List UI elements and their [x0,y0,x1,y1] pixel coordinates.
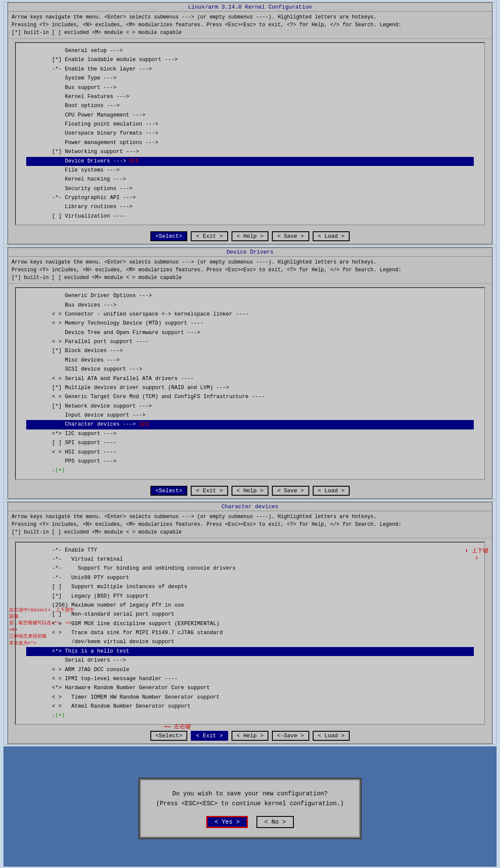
save-button[interactable]: < Save > [272,231,309,241]
menu-item[interactable]: Library routines ---> [26,202,474,212]
menu-item[interactable]: Floating point emulation ---> [26,120,474,129]
panel2-title: Device Drivers [8,248,492,257]
panel3-left-annotation: 左右选中<Select>，上下选中该项后，敲空格键可以在<*>, <>, <M>… [9,607,76,647]
menu-item[interactable]: Kernel Features ---> [26,92,474,101]
no-button[interactable]: < No > [256,816,293,828]
help-button[interactable]: < Help > [232,231,268,241]
menu-item[interactable]: File systems ---> [26,166,474,175]
menu-item[interactable]: Power management options ---> [26,138,474,147]
menu-item[interactable]: [ ] SPI support ---- [26,439,474,448]
dialog-text: Do you wish to save your new configurati… [154,789,346,808]
menu-item[interactable]: Input device support ---> [26,411,474,420]
help-button[interactable]: < Help > [232,486,268,496]
menu-item-character-devices[interactable]: Character devices ---> 回车 [26,420,474,429]
select-button[interactable]: <Select> [150,231,187,241]
menu-item[interactable]: Bus devices ---> [26,301,474,310]
menu-item-device-drivers[interactable]: Device Drivers ---> 回车 [26,157,474,166]
menu-item[interactable]: [ ] Non-standard serial port support [26,610,474,619]
load-button[interactable]: < Load > [313,731,350,741]
menu-item-more: ↓(+) [26,466,474,475]
yes-button[interactable]: < Yes > [206,816,248,828]
menu-item[interactable]: (256) Maximum number of legacy PTY in us… [26,601,474,610]
menu-item[interactable]: -*- Enable TTY [26,546,474,555]
menu-item[interactable]: < > Atmel Random Number Generator suppor… [26,702,474,711]
exit-button[interactable]: < Exit > [191,486,228,496]
menu-item[interactable]: < > Parallel port support ---- [26,337,474,347]
panel3-container: Character devices Arrow keys navigate th… [7,502,493,744]
menu-item[interactable]: [*] Network device support ---> [26,402,474,411]
menu-item[interactable]: < > HSI support ---- [26,448,474,457]
menu-item[interactable]: [ ] Virtualization ---- [26,212,474,221]
menu-item[interactable]: [*] Block devices ---> [26,347,474,356]
select-button[interactable]: <Select> [150,731,187,741]
menu-item[interactable]: <*> I2C support ---> [26,429,474,439]
menu-item[interactable]: [ ] Support multiple instances of devpts [26,583,474,592]
menu-item[interactable]: Bus support ---> [26,83,474,92]
panel3: Character devices Arrow keys navigate th… [3,501,497,745]
panel2-instructions: Arrow keys navigate the menu. <Enter> se… [8,257,492,284]
save-button[interactable]: < Save > [272,486,309,496]
menu-item[interactable]: < > IPMI top-level message handler ---- [26,675,474,684]
menu-item[interactable]: Serial drivers ---> [26,656,474,665]
panel2-annotation: 回车 [139,421,149,429]
panel3-title: Character devices [8,503,492,511]
blue-section: Do you wish to save your new configurati… [3,746,497,867]
dialog-content: Do you wish to save your new configurati… [141,780,359,837]
menu-item[interactable]: -*- Virtual terminal [26,555,474,564]
panel1-container: Linux/arm 3.14.0 Kernel Configuration Ar… [7,2,493,245]
menu-item[interactable]: < > Generic Target Core Mod (TCM) and Co… [26,393,474,402]
select-button[interactable]: <Select> [150,486,187,496]
menu-item[interactable]: [*] Multiple devices driver support (RAI… [26,383,474,393]
panel1-menu-box: General setup ---> [*] Enable loadable m… [15,42,485,225]
save-dialog: Do you wish to save your new configurati… [138,778,362,839]
menu-item-hello-test[interactable]: <*> This is a hello test [26,647,474,656]
exit-button[interactable]: < Exit > [191,731,228,741]
menu-item[interactable]: < > Trace data sink for MIPI P1149.7 cJT… [26,629,474,638]
panel2: Device Drivers Arrow keys navigate the m… [3,247,497,500]
menu-item[interactable]: <*> Hardware Random Number Generator Cor… [26,684,474,693]
menu-item[interactable]: < > GSM MUX line discipline support (EXP… [26,620,474,629]
menu-item[interactable]: PPS support ---> [26,457,474,466]
panel3-right-annotation: ⬆ 上下键⬇ [465,547,488,561]
menu-item-more: ↓(+) [26,711,474,720]
menu-item[interactable]: -*- Enable the block layer ---> [26,65,474,74]
panel1-title: Linux/arm 3.14.0 Kernel Configuration [8,3,492,12]
menu-item[interactable]: Kernel hacking ---> [26,175,474,184]
menu-item[interactable]: < > Timer IOMEM HW Random Number Generat… [26,693,474,702]
menu-item[interactable]: Misc devices ---> [26,356,474,365]
menu-item[interactable]: -*- Unix98 PTY support [26,574,474,583]
panel2-menu-box: Generic Driver Options ---> Bus devices … [15,287,485,480]
menu-item[interactable]: [*] Legacy (BSD) PTY support [26,592,474,601]
panel1-annotation: 回车 [129,157,140,166]
panel2-container: Device Drivers Arrow keys navigate the m… [7,247,493,499]
load-button[interactable]: < Load > [313,486,350,496]
panel3-bottom-bar: ⬅⇒ 左右键 <Select> < Exit > < Help > <-Save… [8,728,492,743]
menu-item[interactable]: -*- Support for binding and unbinding co… [26,564,474,573]
dialog-buttons: < Yes > < No > [154,816,346,828]
menu-item[interactable]: [*] Networking support ---> [26,147,474,156]
load-button[interactable]: < Load > [313,231,350,241]
menu-item[interactable]: -*- Cryptographic API ---> [26,193,474,202]
menu-item[interactable]: CPU Power Management ---> [26,111,474,120]
menu-item[interactable]: < > Serial ATA and Parallel ATA drivers … [26,374,474,383]
panel3-menu-box: -*- Enable TTY -*- Virtual terminal -*- … [15,542,485,725]
menu-item[interactable]: /dev/kmem virtual device support [26,638,474,647]
menu-item[interactable]: Generic Driver Options ---> [26,291,474,301]
menu-item[interactable]: SCSI device support ---> [26,365,474,374]
menu-item[interactable]: Boot options ---> [26,101,474,110]
save-button[interactable]: <-Save > [272,731,309,741]
menu-item[interactable]: System Type ---> [26,74,474,83]
menu-item[interactable]: [*] Enable loadable module support ---> [26,55,474,64]
panel1-menu-area: General setup ---> [*] Enable loadable m… [8,39,492,229]
panel1-instructions: Arrow keys navigate the menu. <Enter> se… [8,12,492,39]
menu-item[interactable]: < > Memory Technology Device (MTD) suppo… [26,319,474,328]
panel2-bottom-bar: <Select> < Exit > < Help > < Save > < Lo… [8,483,492,498]
exit-button[interactable]: < Exit > [191,231,228,241]
menu-item[interactable]: < > Connector - unified userspace <-> ke… [26,310,474,319]
menu-item[interactable]: < > ARM JTAG DCC console [26,666,474,675]
help-button[interactable]: < Help > [232,731,268,741]
menu-item[interactable]: Device Tree and Open Firmware support --… [26,328,474,337]
menu-item[interactable]: Security options ---> [26,184,474,193]
menu-item[interactable]: General setup ---> [26,46,474,55]
menu-item[interactable]: Userspace binary formats ---> [26,129,474,138]
